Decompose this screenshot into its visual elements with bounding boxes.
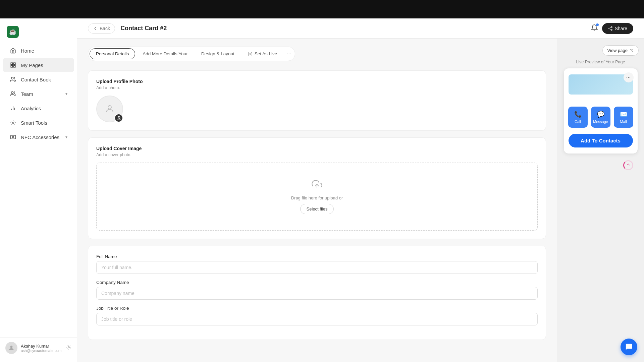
- svg-rect-2: [11, 66, 12, 67]
- cover-upload-area[interactable]: Drag file here for upload or Select file…: [96, 163, 538, 231]
- sidebar-item-my-pages[interactable]: My Pages: [3, 58, 74, 72]
- sidebar-logo: ☕: [0, 22, 77, 43]
- mail-label: Mail: [620, 120, 627, 124]
- user-info: Akshay Kumar ash@synxautomate.com: [21, 344, 63, 353]
- header-left: Back Contact Card #2: [88, 23, 167, 34]
- mail-icon: ✉️: [620, 111, 627, 118]
- chat-bubble-button[interactable]: [621, 339, 637, 355]
- sidebar-item-label-my-pages: My Pages: [21, 62, 67, 68]
- upload-cover-section: Upload Cover Image Add a cover photo. Dr…: [88, 137, 546, 239]
- spinner-area: [562, 160, 639, 174]
- preview-panel: View page Live Preview of Your Page ··· …: [557, 39, 644, 362]
- notification-icon[interactable]: [591, 24, 598, 33]
- sidebar-item-smart-tools[interactable]: Smart Tools: [3, 116, 74, 130]
- company-name-label: Company Name: [96, 280, 538, 285]
- tab-add-more-details[interactable]: Add More Details Your: [137, 49, 194, 59]
- sidebar-item-label-nfc-accessories: NFC Accessories: [21, 134, 61, 140]
- app-logo-icon: ☕: [7, 26, 19, 38]
- sidebar-footer: Akshay Kumar ash@synxautomate.com: [0, 338, 77, 358]
- sidebar-item-label-home: Home: [21, 48, 67, 54]
- main-content: Back Contact Card #2 Share: [77, 18, 644, 362]
- tabs-bar: Personal Details Add More Details Your D…: [88, 47, 295, 61]
- preview-more-button[interactable]: ···: [624, 72, 634, 82]
- tab-set-as-live[interactable]: {x} Set As Live: [242, 49, 283, 59]
- sidebar-nav: Home My Pages Contact Book Team ▾: [0, 43, 77, 338]
- job-title-group: Job Title or Role: [96, 306, 538, 325]
- preview-mail-button[interactable]: ✉️ Mail: [614, 107, 633, 128]
- job-title-input[interactable]: [96, 313, 538, 325]
- team-icon: [9, 90, 17, 98]
- page-header: Back Contact Card #2 Share: [77, 18, 644, 39]
- job-title-label: Job Title or Role: [96, 306, 538, 311]
- share-label: Share: [615, 26, 627, 31]
- settings-icon[interactable]: [66, 345, 71, 351]
- svg-line-21: [631, 49, 633, 51]
- tools-icon: [9, 119, 17, 126]
- sidebar: ☕ Home My Pages Contact Book: [0, 18, 77, 362]
- home-icon: [9, 47, 17, 54]
- company-name-group: Company Name: [96, 280, 538, 300]
- sidebar-item-contact-book[interactable]: Contact Book: [3, 72, 74, 86]
- tab-more-button[interactable]: ···: [284, 50, 293, 57]
- select-files-button[interactable]: Select files: [300, 204, 334, 214]
- svg-point-15: [611, 29, 612, 31]
- live-preview-label: Live Preview of Your Page: [576, 60, 625, 64]
- profile-photo-wrapper[interactable]: [96, 96, 123, 122]
- upload-icon: [312, 179, 322, 192]
- full-name-label: Full Name: [96, 254, 538, 259]
- preview-call-button[interactable]: 📞 Call: [568, 107, 588, 128]
- pages-icon: [9, 61, 17, 69]
- svg-point-14: [608, 28, 610, 29]
- upload-profile-section: Upload Profile Photo Add a photo.: [88, 70, 546, 131]
- avatar: [5, 342, 17, 354]
- upload-profile-sub: Add a photo.: [96, 85, 538, 90]
- sidebar-item-nfc-accessories[interactable]: NFC Accessories ▾: [3, 130, 74, 144]
- company-name-input[interactable]: [96, 287, 538, 300]
- loading-spinner: [623, 160, 633, 170]
- upload-cover-sub: Add a cover photo.: [96, 153, 538, 157]
- phone-preview: ··· 📞 Call 💬 Message ✉️ Mai: [564, 68, 638, 154]
- tab-personal-details[interactable]: Personal Details: [90, 48, 135, 59]
- sidebar-item-team[interactable]: Team ▾: [3, 87, 74, 101]
- sidebar-item-label-analytics: Analytics: [21, 106, 67, 111]
- svg-rect-1: [14, 63, 15, 64]
- content-area: Personal Details Add More Details Your D…: [77, 39, 644, 362]
- sidebar-item-home[interactable]: Home: [3, 44, 74, 58]
- tab-design-layout[interactable]: Design & Layout: [195, 49, 240, 59]
- svg-line-16: [610, 28, 611, 29]
- call-label: Call: [575, 120, 581, 124]
- svg-point-18: [108, 106, 111, 109]
- preview-action-buttons: 📞 Call 💬 Message ✉️ Mail: [569, 107, 633, 128]
- full-name-group: Full Name: [96, 254, 538, 274]
- svg-point-13: [611, 26, 612, 28]
- user-name: Akshay Kumar: [21, 344, 63, 349]
- editor-panel: Personal Details Add More Details Your D…: [77, 39, 557, 362]
- profile-photo-camera-button[interactable]: [114, 114, 123, 122]
- full-name-input[interactable]: [96, 261, 538, 274]
- back-button[interactable]: Back: [88, 23, 115, 34]
- message-label: Message: [593, 120, 608, 124]
- page-title: Contact Card #2: [120, 25, 167, 32]
- svg-point-4: [11, 77, 13, 79]
- svg-point-5: [11, 92, 13, 94]
- user-email: ash@synxautomate.com: [21, 349, 63, 353]
- header-right: Share: [591, 23, 633, 34]
- svg-point-9: [12, 122, 14, 124]
- svg-point-19: [118, 117, 119, 119]
- full-name-section: Full Name Company Name Job Title or Role: [88, 246, 546, 340]
- share-button[interactable]: Share: [602, 23, 633, 34]
- chevron-down-icon: ▾: [65, 92, 67, 96]
- view-page-button[interactable]: View page: [602, 45, 639, 56]
- add-to-contacts-button[interactable]: Add To Contacts: [569, 134, 633, 147]
- sidebar-item-analytics[interactable]: Analytics: [3, 101, 74, 115]
- call-icon: 📞: [574, 111, 582, 118]
- back-label: Back: [100, 26, 110, 31]
- contacts-icon: [9, 76, 17, 83]
- preview-message-button[interactable]: 💬 Message: [591, 107, 610, 128]
- upload-cover-title: Upload Cover Image: [96, 146, 538, 151]
- nfc-icon: [9, 133, 17, 141]
- svg-line-17: [610, 27, 611, 28]
- analytics-icon: [9, 105, 17, 112]
- svg-point-11: [10, 346, 13, 348]
- upload-profile-title: Upload Profile Photo: [96, 79, 538, 84]
